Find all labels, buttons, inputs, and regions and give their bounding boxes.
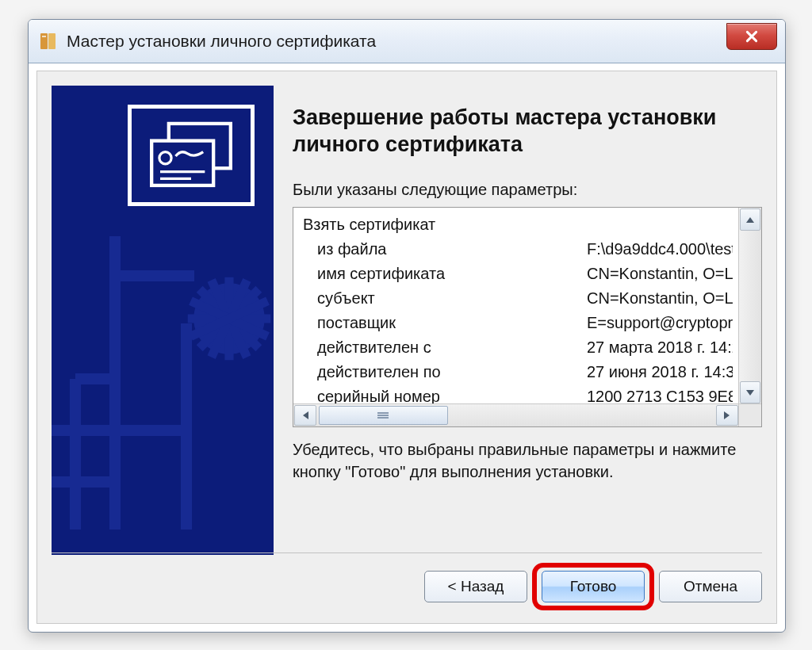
scroll-thumb[interactable] [319,406,448,425]
scroll-right-icon[interactable] [716,405,738,426]
param-row: из файла F:\d9a9ddc4.000\test.cer [303,237,733,262]
scroll-down-icon[interactable] [740,381,760,403]
finish-button[interactable]: Готово [542,571,645,602]
banner-decoration [52,86,274,530]
scroll-track[interactable] [317,404,715,426]
param-row: действителен с 27 марта 2018 г. 14:20:4 [303,335,733,360]
param-label: действителен с [303,335,587,360]
param-row: субъект CN=Konstantin, O=Lumpic [303,286,733,311]
param-value: CN=Konstantin, O=Lumpic [587,286,733,311]
window-title: Мастер установки личного сертификата [67,32,777,51]
param-label: поставщик [303,311,587,335]
hint-text: Убедитесь, что выбраны правильные параме… [293,438,762,483]
scroll-track[interactable] [739,231,761,380]
vertical-scrollbar[interactable] [738,208,761,404]
param-value: CN=Konstantin, O=Lumpic [587,262,733,286]
param-label: из файла [303,237,587,262]
param-value: E=support@cryptopro.ru, C [587,311,733,335]
param-label: субъект [303,286,587,311]
scroll-corner [738,403,761,426]
param-row: действителен по 27 июня 2018 г. 14:30:42 [303,360,733,384]
main-pane: Завершение работы мастера установки личн… [293,86,762,555]
app-icon [40,32,57,51]
content: Завершение работы мастера установки личн… [37,71,776,555]
parameters-list: Взять сертификат из файла F:\d9a9ddc4.00… [293,207,762,427]
button-row: < Назад Готово Отмена [52,552,762,609]
intro-text: Были указаны следующие параметры: [293,181,762,199]
close-icon [745,29,759,44]
close-button[interactable] [726,23,777,50]
param-row: имя сертификата CN=Konstantin, O=Lumpic [303,262,733,286]
scroll-left-icon[interactable] [294,405,316,426]
param-value: 27 июня 2018 г. 14:30:42 [587,360,733,384]
back-button[interactable]: < Назад [424,571,527,602]
page-heading: Завершение работы мастера установки личн… [293,105,762,159]
svg-rect-2 [42,36,46,37]
param-label: действителен по [303,360,587,384]
param-label: имя сертификата [303,262,587,286]
wizard-window: Мастер установки личного сертификата [28,19,786,633]
titlebar: Мастер установки личного сертификата [29,20,785,63]
horizontal-scrollbar[interactable] [293,403,739,426]
cancel-button[interactable]: Отмена [659,571,762,602]
param-value: F:\d9a9ddc4.000\test.cer [587,237,733,262]
side-banner [52,86,274,555]
client-area: Завершение работы мастера установки личн… [36,71,777,624]
param-value: 27 марта 2018 г. 14:20:4 [587,335,733,360]
scroll-up-icon[interactable] [740,208,760,231]
svg-rect-1 [48,33,56,49]
params-header: Взять сертификат [303,212,573,237]
param-row: поставщик E=support@cryptopro.ru, C [303,311,733,335]
